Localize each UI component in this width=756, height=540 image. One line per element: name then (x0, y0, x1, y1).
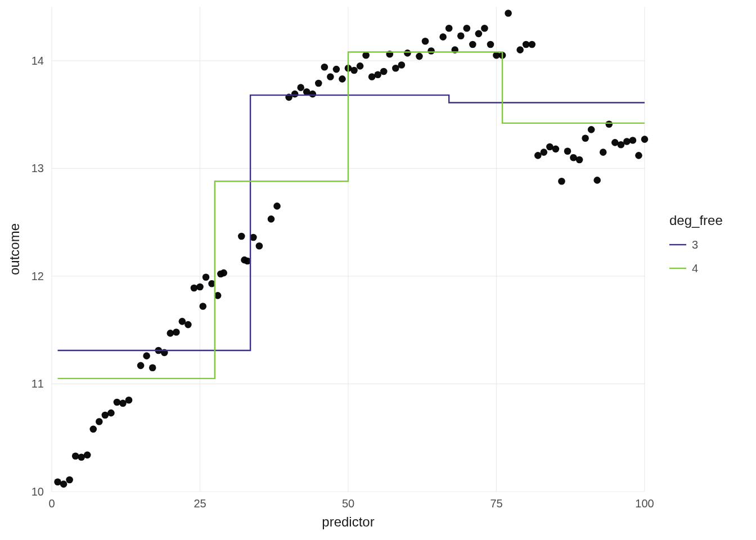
data-point (149, 364, 156, 371)
chart-svg: 02550751001011121314predictoroutcomedeg_… (0, 0, 756, 540)
y-tick-label: 14 (32, 55, 44, 67)
data-point (422, 38, 429, 45)
data-point (72, 452, 79, 460)
data-point (202, 274, 210, 281)
y-tick-label: 10 (32, 485, 44, 498)
data-point (605, 120, 613, 128)
data-point (256, 242, 263, 250)
y-tick-label: 11 (32, 377, 44, 390)
data-point (564, 147, 572, 155)
data-point (576, 156, 583, 164)
data-point (439, 33, 447, 40)
data-point (309, 91, 316, 98)
data-point (273, 202, 281, 210)
data-point (641, 136, 649, 143)
legend-label: 4 (692, 262, 698, 274)
y-tick-label: 13 (32, 162, 44, 174)
data-point (464, 25, 471, 32)
data-point (268, 215, 275, 223)
data-point (184, 321, 192, 328)
data-point (528, 41, 536, 48)
data-point (137, 362, 145, 370)
data-point (173, 328, 180, 336)
x-axis-label: predictor (322, 514, 374, 529)
x-tick-label: 25 (194, 497, 206, 510)
data-point (475, 30, 483, 38)
data-point (114, 399, 121, 406)
y-axis: 1011121314 (32, 55, 44, 498)
data-point (220, 269, 227, 277)
y-tick-label: 12 (32, 270, 44, 282)
data-point (457, 32, 465, 39)
data-point (84, 452, 91, 459)
legend-label: 3 (692, 238, 698, 251)
data-point (238, 233, 245, 240)
data-point (404, 50, 411, 57)
data-point (635, 152, 642, 159)
data-point (89, 426, 97, 433)
x-axis: 0255075100 (48, 497, 654, 510)
data-point (357, 62, 364, 70)
data-point (629, 137, 637, 144)
data-point (143, 352, 150, 359)
chart-container: 02550751001011121314predictoroutcomedeg_… (0, 0, 756, 540)
data-point (416, 53, 423, 60)
data-point (398, 61, 406, 69)
data-point (167, 330, 174, 337)
data-point (291, 91, 299, 98)
data-point (333, 66, 340, 73)
data-point (446, 25, 453, 32)
x-tick-label: 0 (48, 497, 55, 510)
data-point (487, 41, 494, 48)
data-point (297, 84, 304, 91)
data-point (96, 418, 103, 425)
data-point (125, 397, 133, 404)
x-tick-label: 100 (635, 497, 654, 510)
data-point (327, 73, 334, 80)
data-point (505, 10, 512, 17)
data-point (469, 41, 476, 48)
data-point (541, 148, 548, 156)
x-tick-label: 50 (342, 497, 354, 510)
data-point (60, 480, 68, 488)
data-point (558, 178, 565, 185)
data-point (600, 148, 607, 156)
x-tick-label: 75 (490, 497, 502, 510)
data-point (380, 68, 388, 75)
data-point (199, 303, 206, 310)
data-point (191, 285, 198, 292)
legend-title: deg_free (669, 213, 723, 228)
y-axis-label: outcome (7, 223, 22, 275)
data-point (588, 126, 595, 133)
data-point (593, 177, 601, 184)
data-point (623, 138, 631, 145)
data-point (66, 476, 73, 484)
data-point (516, 46, 524, 53)
data-point (582, 134, 589, 142)
legend: deg_free34 (669, 213, 723, 277)
data-point (481, 25, 488, 32)
data-point (315, 80, 322, 87)
data-point (552, 146, 560, 153)
data-point (428, 47, 435, 55)
data-point (362, 52, 370, 59)
data-point (196, 284, 204, 291)
data-point (339, 75, 346, 83)
data-point (350, 67, 358, 74)
legend-item-3: 3 (669, 236, 698, 253)
data-point (107, 410, 115, 417)
legend-item-4: 4 (669, 260, 698, 277)
data-point (321, 64, 328, 71)
